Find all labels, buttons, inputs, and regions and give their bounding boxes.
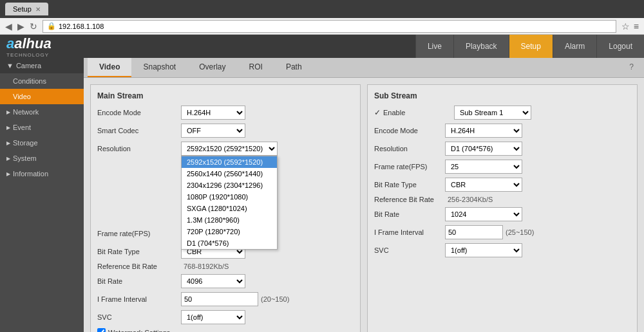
menu-icon[interactable]: ≡ bbox=[634, 21, 639, 32]
browser-icons: ☆ ≡ bbox=[621, 21, 639, 32]
triangle-icon-event: ▶ bbox=[6, 125, 10, 131]
resolution-option-3[interactable]: 1080P (1920*1080) bbox=[182, 191, 277, 203]
sub-encode-mode-select[interactable]: H.264H bbox=[445, 124, 522, 138]
bookmark-icon[interactable]: ☆ bbox=[621, 21, 630, 32]
resolution-dropdown-container: 2592x1520 (2592*1520) 2592x1520 (2592*15… bbox=[181, 142, 278, 156]
ref-bitrate-value: 768-8192Kb/S bbox=[184, 263, 229, 270]
resolution-option-5[interactable]: 1.3M (1280*960) bbox=[182, 214, 277, 226]
tab-overlay[interactable]: Overlay bbox=[187, 58, 237, 77]
iframe-row: I Frame Interval (20~150) bbox=[97, 292, 354, 306]
sub-iframe-hint: (25~150) bbox=[506, 228, 534, 236]
watermark-checkbox[interactable] bbox=[97, 328, 106, 332]
tab-path[interactable]: Path bbox=[274, 58, 314, 77]
sidebar-item-storage[interactable]: ▶ Storage bbox=[0, 135, 84, 151]
bitrate-label: Bit Rate bbox=[97, 277, 181, 285]
back-button[interactable]: ◀ bbox=[5, 21, 12, 32]
sub-svc-select[interactable]: 1(off) bbox=[445, 243, 522, 257]
nav-playback-button[interactable]: Playback bbox=[453, 35, 509, 58]
encode-mode-row: Encode Mode H.264H bbox=[97, 106, 354, 120]
help-icon[interactable]: ? bbox=[623, 58, 640, 77]
resolution-dropdown-list: 2592x1520 (2592*1520) 2560x1440 (2560*14… bbox=[181, 156, 278, 250]
sub-iframe-input[interactable] bbox=[445, 225, 503, 239]
sub-ref-bitrate-label: Reference Bit Rate bbox=[374, 196, 445, 203]
resolution-select[interactable]: 2592x1520 (2592*1520) bbox=[181, 142, 278, 156]
watermark-row: Watermark Settings bbox=[97, 328, 354, 332]
logo: aalhua TECHNOLOGY bbox=[6, 35, 52, 58]
sub-ref-bitrate-value: 256-2304Kb/S bbox=[448, 196, 493, 203]
sub-stream-title: Sub Stream bbox=[374, 91, 630, 100]
sub-svc-label: SVC bbox=[374, 246, 445, 254]
sub-bitrate-row: Bit Rate 1024 bbox=[374, 207, 630, 221]
triangle-icon: ▼ bbox=[6, 62, 14, 69]
logo-area: aalhua TECHNOLOGY bbox=[6, 35, 52, 58]
sub-bitrate-type-row: Bit Rate Type CBR bbox=[374, 178, 630, 192]
sub-framerate-label: Frame rate(FPS) bbox=[374, 163, 445, 171]
sub-resolution-select[interactable]: D1 (704*576) bbox=[445, 142, 522, 156]
enable-select[interactable]: Sub Stream 1 bbox=[454, 106, 531, 120]
sub-ref-bitrate-row: Reference Bit Rate 256-2304Kb/S bbox=[374, 196, 630, 203]
main-stream-title: Main Stream bbox=[97, 91, 354, 100]
main-stream-panel: Main Stream Encode Mode H.264H Smart Cod… bbox=[90, 84, 361, 332]
enable-row: ✓ Enable Sub Stream 1 bbox=[374, 106, 630, 120]
nav-setup-button[interactable]: Setup bbox=[509, 35, 553, 58]
sub-bitrate-type-select[interactable]: CBR bbox=[445, 178, 522, 192]
form-content: Main Stream Encode Mode H.264H Smart Cod… bbox=[84, 78, 644, 332]
svc-label: SVC bbox=[97, 313, 181, 321]
content-area: Video Snapshot Overlay ROI Path ? Main S… bbox=[84, 58, 644, 332]
sub-bitrate-label: Bit Rate bbox=[374, 210, 445, 218]
sidebar-item-network[interactable]: ▶ Network bbox=[0, 104, 84, 120]
smart-codec-row: Smart Codec OFF bbox=[97, 124, 354, 138]
sidebar-item-information[interactable]: ▶ Information bbox=[0, 166, 84, 181]
sub-resolution-row: Resolution D1 (704*576) bbox=[374, 142, 630, 156]
framerate-label: Frame rate(FPS) bbox=[97, 230, 181, 237]
nav-alarm-button[interactable]: Alarm bbox=[553, 35, 596, 58]
address-bar[interactable]: 🔒 192.168.1.108 bbox=[43, 20, 616, 33]
nav-logout-button[interactable]: Logout bbox=[596, 35, 644, 58]
resolution-row: Resolution 2592x1520 (2592*1520) 2592x15… bbox=[97, 142, 354, 156]
lock-icon: 🔒 bbox=[47, 22, 56, 30]
sidebar-item-video[interactable]: Video bbox=[0, 89, 84, 104]
iframe-input[interactable] bbox=[181, 292, 258, 306]
sub-svc-row: SVC 1(off) bbox=[374, 243, 630, 257]
sidebar-item-conditions[interactable]: Conditions bbox=[0, 73, 84, 89]
sub-framerate-select[interactable]: 25 bbox=[445, 160, 522, 174]
tab-snapshot[interactable]: Snapshot bbox=[131, 58, 187, 77]
resolution-option-2[interactable]: 2304x1296 (2304*1296) bbox=[182, 180, 277, 191]
bitrate-type-label: Bit Rate Type bbox=[97, 248, 181, 255]
smart-codec-label: Smart Codec bbox=[97, 127, 181, 134]
forward-button[interactable]: ▶ bbox=[17, 21, 24, 32]
svc-select[interactable]: 1(off) bbox=[181, 310, 245, 324]
address-text: 192.168.1.108 bbox=[59, 23, 104, 30]
iframe-hint: (20~150) bbox=[261, 295, 289, 303]
triangle-icon-network: ▶ bbox=[6, 109, 10, 115]
sidebar-item-event[interactable]: ▶ Event bbox=[0, 120, 84, 135]
app-container: aalhua TECHNOLOGY Live Playback Setup Al… bbox=[0, 35, 644, 332]
bitrate-select[interactable]: 4096 bbox=[181, 274, 245, 288]
resolution-option-4[interactable]: SXGA (1280*1024) bbox=[182, 203, 277, 214]
resolution-option-1[interactable]: 2560x1440 (2560*1440) bbox=[182, 168, 277, 180]
triangle-icon-system: ▶ bbox=[6, 156, 10, 161]
resolution-label: Resolution bbox=[97, 145, 181, 152]
browser-tab[interactable]: Setup ✕ bbox=[5, 3, 48, 15]
sub-iframe-label: I Frame Interval bbox=[374, 228, 445, 236]
watermark-label[interactable]: Watermark Settings bbox=[97, 328, 170, 332]
refresh-button[interactable]: ↻ bbox=[30, 21, 37, 32]
check-icon: ✓ bbox=[374, 108, 381, 117]
resolution-option-0[interactable]: 2592x1520 (2592*1520) bbox=[182, 156, 277, 168]
nav-live-button[interactable]: Live bbox=[415, 35, 453, 58]
triangle-icon-information: ▶ bbox=[6, 171, 10, 177]
tab-title: Setup bbox=[13, 5, 32, 13]
smart-codec-select[interactable]: OFF bbox=[181, 124, 245, 138]
encode-mode-select[interactable]: H.264H bbox=[181, 106, 245, 120]
tab-roi[interactable]: ROI bbox=[238, 58, 274, 77]
tab-close-icon[interactable]: ✕ bbox=[35, 6, 41, 13]
sidebar-item-system[interactable]: ▶ System bbox=[0, 151, 84, 166]
logo-sub: TECHNOLOGY bbox=[6, 52, 52, 58]
resolution-option-6[interactable]: 720P (1280*720) bbox=[182, 226, 277, 237]
sub-bitrate-select[interactable]: 1024 bbox=[445, 207, 522, 221]
triangle-icon-storage: ▶ bbox=[6, 140, 10, 146]
main-area: ▼ Camera Conditions Video ▶ Network ▶ Ev… bbox=[0, 58, 644, 332]
tab-video[interactable]: Video bbox=[88, 58, 131, 77]
resolution-option-7[interactable]: D1 (704*576) bbox=[182, 237, 277, 249]
enable-label: Enable bbox=[383, 109, 454, 116]
